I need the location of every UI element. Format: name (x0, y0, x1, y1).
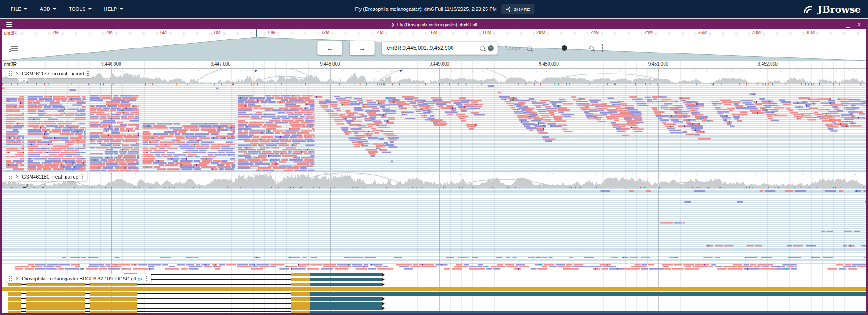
cds-box[interactable] (310, 306, 382, 310)
overview-tick-label: 24M (642, 30, 655, 36)
cds-box[interactable] (310, 297, 382, 301)
exon-box[interactable] (291, 306, 310, 310)
exon-box[interactable] (2, 287, 866, 291)
gene-feature-row[interactable] (2, 292, 866, 296)
coverage-canvas-2[interactable] (2, 172, 866, 188)
track-gene-annotations[interactable]: × Drosophila_melanogaster.BDGP6.32.109_U… (2, 271, 866, 313)
cds-box[interactable] (310, 278, 382, 281)
overview-tick-label: 12M (319, 30, 331, 36)
track-GSM461180-treat-paired: 0 × GSM461180_treat_paired (2, 172, 866, 271)
open-track-selector-button[interactable] (11, 45, 18, 51)
close-view-icon[interactable]: × (858, 22, 861, 27)
search-icon[interactable] (480, 46, 485, 51)
overview-tick-label: 4M (105, 30, 115, 36)
exon-box[interactable] (8, 283, 21, 286)
zoom-slider[interactable] (539, 45, 582, 51)
y-axis-min-label: 0 (26, 80, 28, 84)
read-pileup-1[interactable] (2, 85, 866, 171)
cds-box[interactable] (310, 273, 382, 276)
exon-box[interactable] (8, 292, 21, 296)
exon-box[interactable] (90, 306, 137, 310)
track-menu-icon[interactable] (146, 276, 148, 281)
ruler-tick-label: 9,451,000 (647, 61, 670, 67)
view-title: ❯ Fly (Drosophila melanogaster): dm6 Ful… (391, 22, 477, 27)
pan-right-button[interactable]: → (350, 41, 375, 55)
menu-tools[interactable]: TOOLS (64, 4, 96, 14)
coverage-subtrack-1[interactable]: 0 (2, 69, 866, 85)
coverage-canvas-1[interactable] (2, 69, 866, 85)
close-track-icon[interactable]: × (16, 175, 19, 179)
zoom-slider-thumb[interactable] (562, 45, 567, 51)
location-search-box[interactable]: ? (382, 41, 498, 55)
chevron-right-icon: ❯ (391, 22, 394, 27)
gene-feature-row[interactable] (2, 287, 866, 291)
exon-box[interactable] (26, 302, 85, 306)
exon-box[interactable] (90, 302, 137, 306)
exon-box[interactable] (90, 297, 137, 301)
gene-feature-row[interactable] (2, 283, 866, 286)
location-input[interactable] (386, 44, 477, 52)
view-menu-icon[interactable] (6, 22, 12, 28)
drag-handle-icon[interactable] (9, 71, 13, 76)
strand-arrow-icon (382, 278, 385, 281)
track-menu-icon[interactable] (82, 174, 84, 179)
exon-box[interactable] (26, 292, 85, 296)
track-label-pill[interactable]: × GSM461177_untreat_paired (6, 69, 93, 78)
overview-tick-label: 16M (427, 30, 439, 36)
detail-ruler[interactable]: chr3R 9,446,0009,447,0009,448,0009,449,0… (2, 61, 866, 69)
minimize-view-icon[interactable]: _ (846, 22, 850, 27)
view-options-kebab-icon[interactable] (602, 44, 603, 52)
exon-box[interactable] (26, 283, 85, 286)
chromosome-overview-scalebar[interactable]: ››››››››››››››››››››››››››››››››››››››››… (2, 29, 866, 37)
exon-box[interactable] (26, 306, 85, 310)
y-axis-min-label: 0 (26, 183, 28, 188)
read-pileup-2[interactable] (2, 188, 866, 271)
exon-box[interactable] (8, 311, 21, 313)
strand-arrow-icon (382, 298, 385, 300)
close-track-icon[interactable]: × (16, 71, 19, 76)
cds-box[interactable] (310, 283, 382, 286)
exon-box[interactable] (8, 302, 21, 306)
exon-box[interactable] (291, 302, 310, 306)
help-icon[interactable]: ? (488, 45, 494, 51)
gene-feature-row[interactable] (2, 311, 866, 313)
coverage-subtrack-2[interactable]: 0 (2, 172, 866, 188)
drag-handle-icon[interactable] (9, 174, 13, 179)
exon-box[interactable] (8, 297, 21, 301)
exon-box[interactable] (291, 283, 310, 286)
exon-box[interactable] (90, 292, 137, 296)
cds-box[interactable] (310, 302, 382, 306)
track-menu-icon[interactable] (87, 71, 89, 76)
menu-file[interactable]: FILE (6, 4, 32, 14)
close-track-icon[interactable]: × (16, 276, 19, 281)
exon-box[interactable] (291, 297, 310, 301)
pan-left-button[interactable]: ← (317, 41, 342, 55)
caret-down-icon (24, 8, 27, 10)
menu-add[interactable]: ADD (35, 4, 61, 14)
track-label-pill[interactable]: × GSM461180_treat_paired (6, 172, 87, 181)
gene-feature-row[interactable] (2, 302, 866, 306)
exon-box[interactable] (291, 311, 310, 313)
exon-box[interactable] (291, 278, 310, 281)
cds-box[interactable] (310, 311, 866, 313)
gene-feature-row[interactable] (2, 297, 866, 301)
exon-box[interactable] (90, 283, 137, 286)
read-pileup-canvas-1[interactable] (2, 85, 866, 171)
gene-feature-row[interactable] (2, 306, 866, 310)
drag-handle-icon[interactable] (9, 276, 13, 281)
exon-box[interactable] (90, 311, 137, 313)
zoom-out-icon[interactable]: − (527, 46, 532, 51)
exon-box[interactable] (26, 297, 85, 301)
exon-box[interactable] (8, 306, 21, 310)
track-name: Drosophila_melanogaster.BDGP6.32.109_UCS… (22, 276, 143, 281)
menu-help[interactable]: HELP (100, 4, 128, 14)
cds-box[interactable] (310, 292, 866, 296)
zoom-in-icon[interactable]: + (589, 46, 594, 51)
track-label-pill[interactable]: × Drosophila_melanogaster.BDGP6.32.109_U… (6, 274, 151, 283)
read-pileup-canvas-2[interactable] (2, 188, 866, 271)
exon-box[interactable] (26, 311, 85, 313)
share-button[interactable]: SHARE (501, 4, 535, 14)
exon-box[interactable] (291, 273, 310, 276)
overview-tick-label: 20M (535, 30, 547, 36)
exon-box[interactable] (291, 292, 310, 296)
